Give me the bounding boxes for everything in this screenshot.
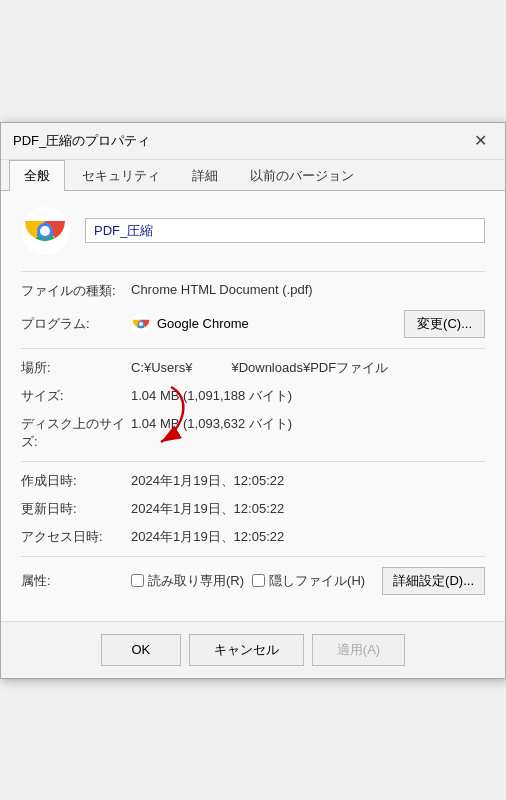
- program-row: プログラム: Google Chrome 変更(C)...: [21, 310, 485, 338]
- attributes-row: 属性: 読み取り専用(R) 隠しファイル(H) 詳細設定(D)...: [21, 567, 485, 595]
- created-label: 作成日時:: [21, 472, 131, 490]
- hidden-checkbox[interactable]: [252, 574, 265, 587]
- tab-general[interactable]: 全般: [9, 160, 65, 191]
- file-header: [21, 207, 485, 255]
- modified-row: 更新日時: 2024年1月19日、12:05:22: [21, 500, 485, 518]
- attributes-label: 属性:: [21, 572, 131, 590]
- tab-previous[interactable]: 以前のバージョン: [235, 160, 369, 191]
- size-row: サイズ: 1.04 MB (1,091,188 バイト): [21, 387, 485, 405]
- location-label: 場所:: [21, 359, 131, 377]
- tab-details[interactable]: 詳細: [177, 160, 233, 191]
- title-bar: PDF_圧縮のプロパティ ✕: [1, 123, 505, 160]
- svg-point-3: [40, 226, 50, 236]
- size-label: サイズ:: [21, 387, 131, 405]
- program-label: プログラム:: [21, 315, 131, 333]
- location-row: 場所: C:¥Users¥ ¥Downloads¥PDFファイル: [21, 359, 485, 377]
- file-type-row: ファイルの種類: Chrome HTML Document (.pdf): [21, 282, 485, 300]
- accessed-value: 2024年1月19日、12:05:22: [131, 528, 485, 546]
- divider-2: [21, 348, 485, 349]
- accessed-row: アクセス日時: 2024年1月19日、12:05:22: [21, 528, 485, 546]
- hidden-label: 隠しファイル(H): [269, 572, 365, 590]
- chrome-logo-large: [21, 207, 69, 255]
- disk-size-label: ディスク上のサイズ:: [21, 415, 131, 451]
- file-type-value: Chrome HTML Document (.pdf): [131, 282, 485, 297]
- created-value: 2024年1月19日、12:05:22: [131, 472, 485, 490]
- program-value-area: Google Chrome 変更(C)...: [131, 310, 485, 338]
- readonly-checkbox-label[interactable]: 読み取り専用(R): [131, 572, 244, 590]
- modified-value: 2024年1月19日、12:05:22: [131, 500, 485, 518]
- chrome-logo-small: [131, 314, 151, 334]
- program-name-text: Google Chrome: [157, 316, 249, 331]
- file-type-label: ファイルの種類:: [21, 282, 131, 300]
- size-section: サイズ: 1.04 MB (1,091,188 バイト) ディスク上のサイズ: …: [21, 387, 485, 451]
- footer: OK キャンセル 適用(A): [1, 621, 505, 678]
- cancel-button[interactable]: キャンセル: [189, 634, 304, 666]
- divider-1: [21, 271, 485, 272]
- ok-button[interactable]: OK: [101, 634, 181, 666]
- program-name-area: Google Chrome: [131, 314, 396, 334]
- modified-label: 更新日時:: [21, 500, 131, 518]
- attributes-controls: 読み取り専用(R) 隠しファイル(H) 詳細設定(D)...: [131, 567, 485, 595]
- hidden-checkbox-label[interactable]: 隠しファイル(H): [252, 572, 365, 590]
- advanced-button[interactable]: 詳細設定(D)...: [382, 567, 485, 595]
- divider-4: [21, 556, 485, 557]
- change-program-button[interactable]: 変更(C)...: [404, 310, 485, 338]
- content-area: ファイルの種類: Chrome HTML Document (.pdf) プログ…: [1, 191, 505, 621]
- window-title: PDF_圧縮のプロパティ: [13, 132, 150, 150]
- file-name-input[interactable]: [85, 218, 485, 243]
- tab-security[interactable]: セキュリティ: [67, 160, 175, 191]
- properties-window: PDF_圧縮のプロパティ ✕ 全般 セキュリティ 詳細 以前のバージョン: [0, 122, 506, 679]
- readonly-checkbox[interactable]: [131, 574, 144, 587]
- divider-3: [21, 461, 485, 462]
- apply-button[interactable]: 適用(A): [312, 634, 405, 666]
- created-row: 作成日時: 2024年1月19日、12:05:22: [21, 472, 485, 490]
- svg-point-7: [139, 322, 143, 326]
- size-value: 1.04 MB (1,091,188 バイト): [131, 387, 485, 405]
- tab-bar: 全般 セキュリティ 詳細 以前のバージョン: [1, 160, 505, 191]
- accessed-label: アクセス日時:: [21, 528, 131, 546]
- disk-size-value: 1.04 MB (1,093,632 バイト): [131, 415, 485, 433]
- readonly-label: 読み取り専用(R): [148, 572, 244, 590]
- close-button[interactable]: ✕: [468, 131, 493, 151]
- location-value: C:¥Users¥ ¥Downloads¥PDFファイル: [131, 359, 485, 377]
- disk-size-row: ディスク上のサイズ: 1.04 MB (1,093,632 バイト): [21, 415, 485, 451]
